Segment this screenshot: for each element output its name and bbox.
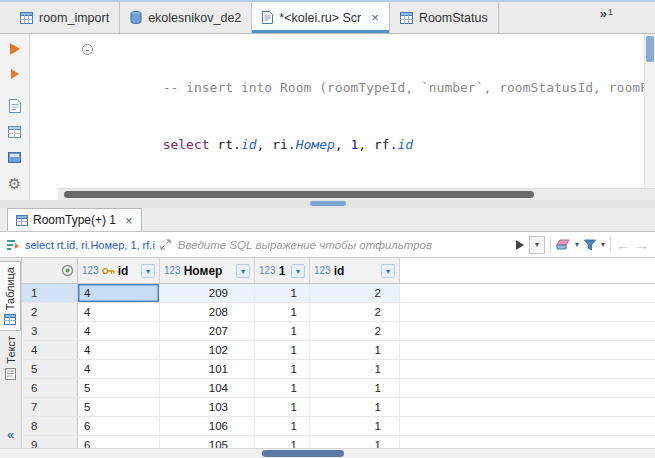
cell[interactable]: 103 [160, 398, 255, 416]
editor-tab-ekolesnikov-de2[interactable]: ekolesnikov_de2 [120, 2, 252, 33]
column-header-nomer[interactable]: 123 Номер ▾ [160, 258, 255, 283]
column-header-1[interactable]: 123 1 ▾ [255, 258, 310, 283]
table-row[interactable]: 1 4 209 1 2 [22, 284, 655, 303]
tab-overflow-button[interactable]: » 1 [600, 2, 613, 33]
grid-corner-cell[interactable] [22, 258, 78, 283]
editor-hscrollbar-thumb[interactable] [64, 191, 534, 198]
sort-dropdown-icon[interactable]: ▾ [291, 264, 305, 278]
cell[interactable]: 1 [310, 360, 400, 378]
cell[interactable]: 4 [78, 322, 160, 340]
row-number[interactable]: 5 [22, 360, 78, 378]
cell[interactable]: 104 [160, 379, 255, 397]
cell[interactable]: 1 [255, 360, 310, 378]
sql-file-button[interactable] [6, 99, 24, 113]
cell[interactable]: 1 [310, 436, 400, 448]
collapse-panel-icon[interactable]: « [7, 427, 14, 442]
sort-dropdown-icon[interactable]: ▾ [141, 264, 155, 278]
cell[interactable]: 208 [160, 303, 255, 321]
editor-tab-room-import[interactable]: room_import [10, 2, 120, 33]
cell[interactable]: 106 [160, 417, 255, 435]
table-row[interactable]: 6 5 104 1 1 [22, 379, 655, 398]
editor-vscrollbar-thumb[interactable] [646, 36, 654, 62]
row-number[interactable]: 6 [22, 379, 78, 397]
funnel-dropdown-icon[interactable]: ▾ [601, 240, 605, 249]
sql-editor[interactable]: - -- insert into Room (roomTypeId, `numb… [30, 34, 644, 187]
cell[interactable]: 1 [255, 284, 310, 302]
row-number[interactable]: 9 [22, 436, 78, 448]
sort-dropdown-icon[interactable]: ▾ [381, 264, 395, 278]
cell[interactable]: 4 [78, 303, 160, 321]
editor-tab-kolei-script[interactable]: *<kolei.ru> Scr × [252, 2, 390, 33]
cell[interactable]: 1 [255, 436, 310, 448]
history-forward-icon[interactable]: → [635, 237, 649, 253]
filter-dropdown-icon[interactable]: ▾ [529, 236, 545, 254]
cell[interactable]: 1 [310, 398, 400, 416]
column-header-id2[interactable]: 123 id ▾ [310, 258, 400, 283]
cell[interactable]: 1 [255, 417, 310, 435]
execute-script-button[interactable] [6, 68, 24, 80]
cell[interactable]: 4 [78, 360, 160, 378]
grid-hscrollbar-thumb[interactable] [262, 450, 344, 457]
cell[interactable]: 1 [255, 303, 310, 321]
cell[interactable]: 1 [310, 341, 400, 359]
cell[interactable]: 5 [78, 398, 160, 416]
erase-filter-icon[interactable] [556, 239, 570, 250]
filter-input[interactable] [176, 238, 511, 252]
row-number[interactable]: 8 [22, 417, 78, 435]
panel-tool-button[interactable] [6, 151, 24, 163]
editor-results-splitter[interactable] [0, 200, 655, 208]
row-number[interactable]: 3 [22, 322, 78, 340]
close-icon[interactable]: × [125, 213, 133, 228]
row-number[interactable]: 2 [22, 303, 78, 321]
cell[interactable]: 207 [160, 322, 255, 340]
cell[interactable]: 1 [255, 379, 310, 397]
splitter-handle[interactable] [310, 201, 346, 206]
cell[interactable]: 1 [255, 322, 310, 340]
table-row[interactable]: 4 4 102 1 1 [22, 341, 655, 360]
cell[interactable]: 105 [160, 436, 255, 448]
table-row[interactable]: 3 4 207 1 2 [22, 322, 655, 341]
cell[interactable]: 1 [310, 379, 400, 397]
cell[interactable]: 209 [160, 284, 255, 302]
erase-dropdown-icon[interactable]: ▾ [575, 240, 579, 249]
sort-dropdown-icon[interactable]: ▾ [236, 264, 250, 278]
execute-statement-button[interactable] [6, 43, 24, 55]
close-icon[interactable]: × [371, 10, 379, 25]
table-row[interactable]: 2 4 208 1 2 [22, 303, 655, 322]
editor-vscrollbar[interactable] [644, 34, 655, 187]
column-header-id[interactable]: 123 id ▾ [78, 258, 160, 283]
history-back-icon[interactable]: ← [616, 237, 630, 253]
row-number[interactable]: 1 [22, 284, 78, 302]
grid-hscrollbar[interactable] [0, 448, 655, 458]
table-row[interactable]: 5 4 101 1 1 [22, 360, 655, 379]
fold-collapse-icon[interactable]: - [82, 44, 93, 55]
cell[interactable]: 2 [310, 303, 400, 321]
cell[interactable]: 6 [78, 417, 160, 435]
cell[interactable]: 4 [78, 341, 160, 359]
table-row[interactable]: 9 6 105 1 1 [22, 436, 655, 448]
row-number[interactable]: 7 [22, 398, 78, 416]
row-number[interactable]: 4 [22, 341, 78, 359]
cell[interactable]: 5 [78, 379, 160, 397]
expand-filter-icon[interactable] [160, 239, 171, 250]
select-all-icon[interactable] [61, 264, 74, 277]
cell[interactable]: 1 [255, 341, 310, 359]
results-tab-roomtype[interactable]: RoomType(+) 1 × [7, 208, 142, 231]
cell[interactable]: 4 [78, 284, 160, 302]
editor-tab-roomstatus[interactable]: RoomStatus [390, 2, 499, 33]
funnel-filter-icon[interactable] [584, 239, 596, 251]
cell[interactable]: 6 [78, 436, 160, 448]
cell[interactable]: 1 [255, 398, 310, 416]
grid-tool-button[interactable] [6, 126, 24, 138]
cell[interactable]: 2 [310, 322, 400, 340]
cell[interactable]: 1 [310, 417, 400, 435]
cell[interactable]: 2 [310, 284, 400, 302]
table-row[interactable]: 8 6 106 1 1 [22, 417, 655, 436]
settings-gear-icon[interactable]: ⚙ [6, 176, 24, 192]
apply-filter-icon[interactable] [516, 240, 524, 250]
editor-hscrollbar[interactable] [58, 188, 655, 200]
cell[interactable]: 102 [160, 341, 255, 359]
view-tab-text[interactable]: Текст [5, 331, 17, 385]
view-tab-table[interactable]: Таблица [0, 261, 21, 331]
cell[interactable]: 101 [160, 360, 255, 378]
